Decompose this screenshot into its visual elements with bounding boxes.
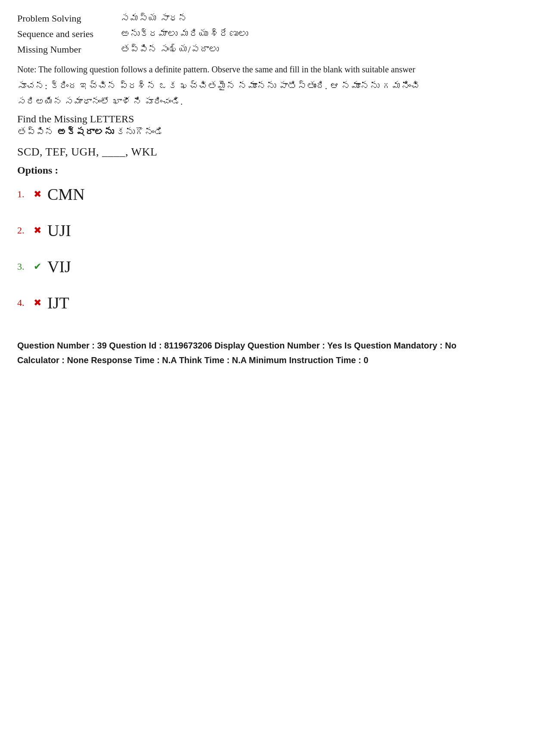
meta-label-problem-solving: Problem Solving xyxy=(17,13,121,24)
find-heading-telugu: తప్పిన అక్షరాలను కనుగొనండి xyxy=(17,127,517,138)
meta-label-missing-number: Missing Number xyxy=(17,44,121,55)
metadata-row-sequence: Sequence and series అనుక్రమాలు మరియు శ్ర… xyxy=(17,28,517,40)
find-heading-section: Find the Missing LETTERS తప్పిన అక్షరాలన… xyxy=(17,113,517,138)
options-label: Options : xyxy=(17,165,517,176)
note-section: Note: The following question follows a d… xyxy=(17,63,517,109)
find-bold-telugu: అక్షరాలను xyxy=(57,127,114,137)
question-info: Question Number : 39 Question Id : 81196… xyxy=(17,338,491,367)
question-section: SCD, TEF, UGH, ____, WKL xyxy=(17,146,517,159)
option-icon-3: ✔ xyxy=(34,261,41,272)
option-number-4: 4. xyxy=(17,297,34,308)
meta-label-sequence: Sequence and series xyxy=(17,28,121,40)
meta-value-problem-solving: సమస్య సాధన xyxy=(121,13,188,24)
option-number-1: 1. xyxy=(17,189,34,200)
option-item-2: 2. ✖ UJI xyxy=(17,221,517,240)
option-item-1: 1. ✖ CMN xyxy=(17,185,517,204)
option-number-3: 3. xyxy=(17,261,34,272)
options-list: 1. ✖ CMN 2. ✖ UJI 3. ✔ VIJ 4. ✖ IJT xyxy=(17,185,517,312)
option-icon-4: ✖ xyxy=(34,297,41,308)
option-item-3: 3. ✔ VIJ xyxy=(17,257,517,276)
option-number-2: 2. xyxy=(17,225,34,236)
note-telugu-instruction: సూచన: క్రింద ఇచ్చిన ప్రశ్న ఒక ఖచ్చితమైన … xyxy=(17,78,517,93)
option-icon-1: ✖ xyxy=(34,189,41,200)
meta-value-sequence: అనుక్రమాలు మరియు శ్రేణులు xyxy=(121,28,248,40)
note-english: Note: The following question follows a d… xyxy=(17,63,517,76)
metadata-row-missing-number: Missing Number తప్పిన సంఖ్య/పదాలు xyxy=(17,44,517,55)
note-telugu-fill: సరిఅయిన సమాధానంలో ఖాళీ ని పూరించండి. xyxy=(17,95,517,109)
question-text: SCD, TEF, UGH, ____, WKL xyxy=(17,146,517,159)
metadata-row-problem-solving: Problem Solving సమస్య సాధన xyxy=(17,13,517,24)
option-text-4: IJT xyxy=(47,293,69,312)
meta-value-missing-number: తప్పిన సంఖ్య/పదాలు xyxy=(121,44,219,55)
find-heading-english: Find the Missing LETTERS xyxy=(17,113,517,125)
option-icon-2: ✖ xyxy=(34,225,41,236)
option-text-2: UJI xyxy=(47,221,71,240)
option-text-1: CMN xyxy=(47,185,85,204)
option-item-4: 4. ✖ IJT xyxy=(17,293,517,312)
metadata-section: Problem Solving సమస్య సాధన Sequence and … xyxy=(17,13,517,55)
page-container: Problem Solving సమస్య సాధన Sequence and … xyxy=(17,13,517,367)
option-text-3: VIJ xyxy=(47,257,71,276)
